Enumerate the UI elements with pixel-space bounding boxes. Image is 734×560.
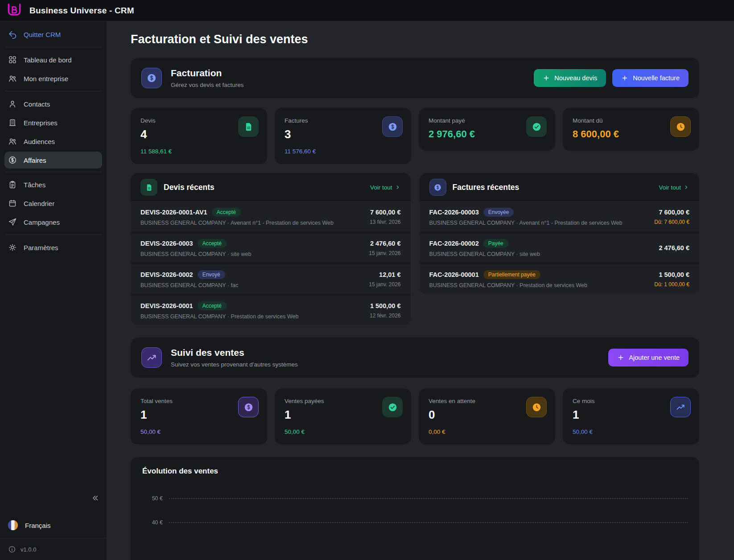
view-all-label: Voir tout: [370, 184, 392, 191]
status-badge: Envoyé: [198, 270, 225, 279]
sidebar-item-entreprises[interactable]: Entreprises: [0, 113, 107, 132]
status-badge: Accepté: [212, 208, 241, 217]
clipboard-icon: [8, 180, 17, 189]
stat-card-ventes-payees: Ventes payées 1 50,00 €: [275, 388, 411, 445]
check-badge-icon: [526, 116, 547, 137]
divider: [4, 172, 102, 172]
invoice-row[interactable]: FAC-2026-00003 Envoyée BUSINESS GENERAL …: [420, 202, 700, 231]
chevron-right-icon: [395, 184, 401, 190]
stat-sub-value: 11 588,61 €: [140, 148, 257, 155]
sales-hero: Suivi des ventes Suivez vos ventes prove…: [131, 338, 699, 378]
quote-date: 15 janv. 2026: [369, 250, 400, 256]
sidebar-item-label: Tableau de bord: [24, 56, 72, 64]
sidebar-item-taches[interactable]: Tâches: [0, 175, 107, 194]
quote-amount: 2 476,60 €: [369, 240, 400, 247]
sidebar-item-mon-entreprise[interactable]: Mon entreprise: [0, 69, 107, 88]
france-flag-icon: [7, 519, 19, 531]
invoice-code: FAC-2026-00001: [429, 271, 479, 278]
sidebar-item-campagnes[interactable]: Campagnes: [0, 213, 107, 231]
quote-desc: BUSINESS GENERAL COMPANY · Prestation de…: [140, 313, 299, 320]
clock-badge-icon: [670, 116, 691, 137]
sidebar-item-label: Audiences: [24, 138, 55, 145]
sidebar-item-label: Calendrier: [24, 200, 54, 207]
sidebar-item-tableau-de-bord[interactable]: Tableau de bord: [0, 50, 107, 69]
sidebar-item-quitter-crm[interactable]: Quitter CRM: [0, 25, 107, 44]
quotes-view-all-link[interactable]: Voir tout: [370, 184, 401, 191]
section-title: Facturation: [171, 68, 244, 78]
stat-sub-value: 11 576,60 €: [285, 148, 401, 155]
dashboard-icon: [8, 55, 17, 64]
recent-invoices-panel: Factures récentes Voir tout FAC-2026-000…: [420, 173, 700, 294]
sales-stats: Total ventes 1 50,00 € Ventes payées 1 5…: [131, 388, 699, 445]
language-switcher[interactable]: Français: [0, 514, 107, 538]
sidebar-item-parametres[interactable]: Paramètres: [0, 238, 107, 257]
quote-row[interactable]: DEVIS-2026-0001-AV1 Accepté BUSINESS GEN…: [131, 202, 411, 231]
button-label: Nouveau devis: [554, 74, 597, 82]
stat-card-factures: Factures 3 11 576,60 €: [275, 108, 411, 164]
invoice-amount: 7 600,00 €: [654, 209, 689, 216]
recent-quotes-panel: Devis récents Voir tout DEVIS-2026-0001-…: [131, 173, 411, 325]
button-label: Nouvelle facture: [633, 74, 680, 82]
plus-icon: [617, 354, 624, 361]
dollar-circle-icon: [8, 156, 17, 165]
quote-row[interactable]: DEVIS-2026-0003 Accepté BUSINESS GENERAL…: [131, 233, 411, 263]
status-badge: Accepté: [198, 301, 227, 310]
gear-icon: [8, 243, 17, 252]
invoices-view-all-link[interactable]: Voir tout: [659, 184, 689, 191]
document-icon: [140, 179, 157, 196]
version-label: v1.0.0: [21, 546, 36, 553]
facturation-hero: Facturation Gérez vos devis et factures …: [131, 58, 699, 98]
y-axis-tick: 40 €: [142, 519, 163, 526]
stat-sub-value: 50,00 €: [140, 428, 257, 435]
stat-sub-value: 0,00 €: [429, 428, 545, 435]
invoice-row[interactable]: FAC-2026-00002 Payée BUSINESS GENERAL CO…: [420, 233, 700, 263]
invoice-due: Dû: 1 000,00 €: [654, 281, 689, 288]
clock-badge-icon: [526, 397, 547, 417]
quote-date: 12 févr. 2026: [370, 313, 400, 319]
chart-title: Évolution des ventes: [142, 467, 688, 476]
user-icon: [8, 99, 17, 108]
topbar: Business Universe - CRM: [0, 0, 734, 21]
trend-up-icon: [670, 397, 691, 417]
gridline-dash: [169, 498, 688, 499]
quote-row[interactable]: DEVIS-2026-0001 Accepté BUSINESS GENERAL…: [131, 296, 411, 325]
invoice-due: Dû: 7 600,00 €: [654, 219, 689, 225]
sidebar-item-audiences[interactable]: Audiences: [0, 132, 107, 151]
invoice-amount: 2 476,60 €: [659, 244, 689, 251]
sidebar: Quitter CRM Tableau de bord Mon entrepri…: [0, 21, 107, 560]
divider: [4, 91, 102, 91]
status-badge: Envoyée: [483, 208, 514, 217]
sidebar-item-label: Paramètres: [24, 244, 58, 251]
chart-gridline: 40 €: [142, 519, 688, 526]
button-label: Ajouter une vente: [629, 354, 680, 361]
status-badge: Accepté: [198, 239, 227, 248]
invoice-row[interactable]: FAC-2026-00001 Partiellement payée BUSIN…: [420, 264, 700, 294]
quote-code: DEVIS-2026-0001: [140, 302, 193, 309]
sidebar-item-calendrier[interactable]: Calendrier: [0, 194, 107, 213]
add-sale-button[interactable]: Ajouter une vente: [608, 349, 689, 366]
quote-row[interactable]: DEVIS-2026-0002 Envoyé BUSINESS GENERAL …: [131, 264, 411, 294]
section-title: Suivi des ventes: [171, 347, 298, 358]
panel-title: Devis récents: [164, 183, 214, 192]
invoice-desc: BUSINESS GENERAL COMPANY · Avenant n°1 -…: [429, 220, 623, 226]
section-subtitle: Gérez vos devis et factures: [171, 82, 244, 88]
document-icon: [238, 116, 259, 137]
page-title: Facturation et Suivi des ventes: [131, 33, 699, 46]
new-quote-button[interactable]: Nouveau devis: [534, 69, 606, 87]
app-logo-icon: [6, 3, 22, 18]
dollar-badge-icon: [238, 397, 259, 417]
quote-desc: BUSINESS GENERAL COMPANY · Avenant n°1 -…: [140, 220, 334, 226]
new-invoice-button[interactable]: Nouvelle facture: [612, 69, 689, 87]
quote-desc: BUSINESS GENERAL COMPANY · site web: [140, 251, 251, 257]
y-axis-tick: 50 €: [142, 495, 163, 502]
chart-gridline: 50 €: [142, 495, 688, 502]
plus-icon: [621, 74, 628, 82]
check-badge-icon: [382, 397, 403, 417]
sidebar-item-label: Campagnes: [24, 218, 60, 226]
panel-title: Factures récentes: [453, 183, 520, 192]
stat-card-ventes-en-attente: Ventes en attente 0 0,00 €: [419, 388, 555, 445]
stat-card-total-ventes: Total ventes 1 50,00 €: [131, 388, 267, 445]
sidebar-item-affaires[interactable]: Affaires: [4, 152, 102, 169]
sidebar-collapse-button[interactable]: [91, 494, 99, 502]
sidebar-item-contacts[interactable]: Contacts: [0, 95, 107, 113]
